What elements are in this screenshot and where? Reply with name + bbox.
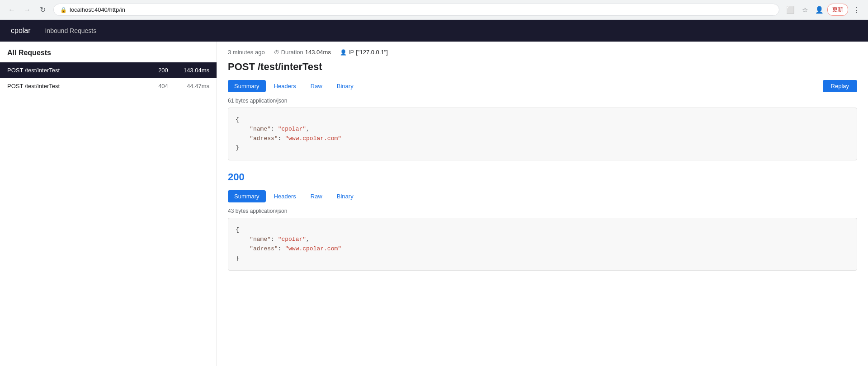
duration-label: Duration [281, 49, 303, 56]
ip-label: IP [349, 49, 354, 56]
account-icon: 👤 [815, 6, 824, 14]
left-panel: All Requests POST /test/interTest 200 14… [0, 42, 217, 366]
app-body: All Requests POST /test/interTest 200 14… [0, 42, 868, 366]
url-text: localhost:4040/http/in [70, 6, 125, 13]
ip-value: ["127.0.0.1"] [356, 49, 388, 56]
all-requests-title: All Requests [0, 49, 217, 62]
replay-button[interactable]: Replay [823, 80, 857, 92]
request-title: POST /test/interTest [228, 61, 857, 73]
bookmark-button[interactable]: ☆ [798, 4, 811, 16]
request-item[interactable]: POST /test/interTest 200 143.04ms [0, 62, 217, 78]
app-logo: cpolar [11, 27, 31, 35]
forward-button[interactable]: → [21, 4, 33, 16]
reload-button[interactable]: ↻ [36, 4, 49, 16]
tab-response-summary[interactable]: Summary [228, 190, 266, 202]
lock-icon: 🔒 [60, 7, 67, 13]
request-bytes-info: 61 bytes application/json [228, 98, 857, 104]
screen-icon: ⬜ [786, 6, 795, 14]
meta-duration: ⏱ Duration 143.04ms [274, 49, 331, 56]
address-bar[interactable]: 🔒 localhost:4040/http/in [53, 4, 779, 16]
request-item[interactable]: POST /test/interTest 404 44.47ms [0, 78, 217, 94]
request-duration: 44.47ms [178, 83, 209, 89]
right-panel: 3 minutes ago ⏱ Duration 143.04ms 👤 IP [… [217, 42, 868, 366]
tab-request-headers[interactable]: Headers [268, 80, 302, 92]
person-icon: 👤 [340, 49, 347, 56]
request-status: 200 [154, 67, 172, 74]
browser-chrome: ← → ↻ 🔒 localhost:4040/http/in ⬜ ☆ 👤 更新 … [0, 0, 868, 20]
tab-request-raw[interactable]: Raw [304, 80, 329, 92]
response-status: 200 [228, 171, 857, 183]
account-button[interactable]: 👤 [813, 4, 826, 16]
request-method-path: POST /test/interTest [7, 83, 149, 89]
nav-buttons: ← → ↻ [5, 4, 49, 16]
response-tab-bar: Summary Headers Raw Binary [228, 190, 857, 202]
back-button[interactable]: ← [5, 4, 18, 16]
nav-inbound-requests[interactable]: Inbound Requests [42, 25, 100, 36]
tab-request-binary[interactable]: Binary [330, 80, 360, 92]
tab-response-binary[interactable]: Binary [330, 190, 360, 202]
menu-icon: ⋮ [853, 6, 860, 14]
meta-bar: 3 minutes ago ⏱ Duration 143.04ms 👤 IP [… [228, 49, 857, 56]
reload-icon: ↻ [40, 5, 46, 14]
request-tab-bar: Summary Headers Raw Binary Replay [228, 80, 857, 92]
request-method-path: POST /test/interTest [7, 67, 149, 74]
clock-icon: ⏱ [274, 49, 279, 56]
tab-response-headers[interactable]: Headers [268, 190, 302, 202]
meta-time: 3 minutes ago [228, 49, 265, 56]
tab-response-raw[interactable]: Raw [304, 190, 329, 202]
menu-button[interactable]: ⋮ [850, 4, 863, 16]
back-icon: ← [8, 6, 15, 14]
response-code-block: { "name": "cpolar", "adress": "www.cpola… [228, 218, 857, 271]
app-header: cpolar Inbound Requests [0, 20, 868, 42]
screen-cast-button[interactable]: ⬜ [784, 4, 797, 16]
star-icon: ☆ [802, 6, 808, 14]
update-button[interactable]: 更新 [827, 4, 848, 16]
response-bytes-info: 43 bytes application/json [228, 208, 857, 214]
forward-icon: → [24, 6, 31, 14]
request-duration: 143.04ms [178, 67, 209, 74]
tab-request-summary[interactable]: Summary [228, 80, 266, 92]
request-code-block: { "name": "cpolar", "adress": "www.cpola… [228, 108, 857, 160]
meta-ip: 👤 IP ["127.0.0.1"] [340, 49, 388, 56]
request-status: 404 [154, 83, 172, 89]
browser-actions: ⬜ ☆ 👤 更新 ⋮ [784, 4, 863, 16]
duration-value: 143.04ms [305, 49, 331, 56]
